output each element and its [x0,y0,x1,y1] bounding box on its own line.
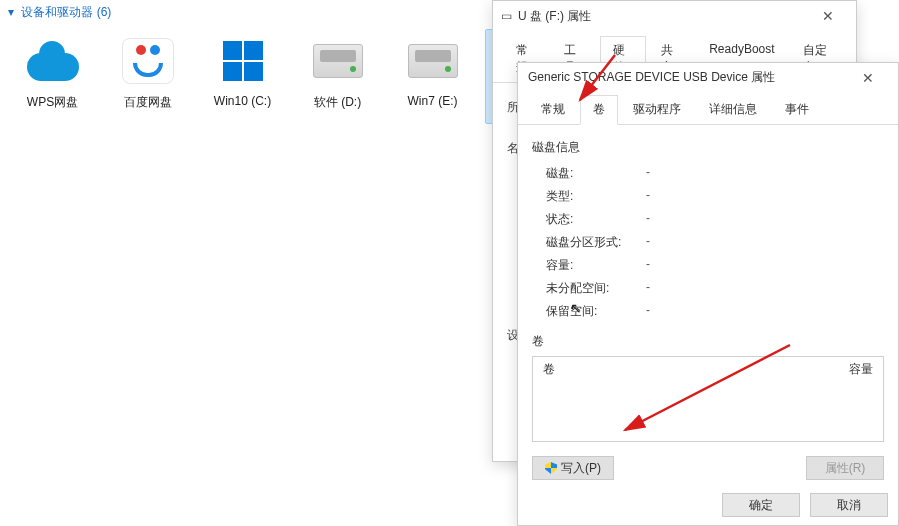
info-val: - [646,280,650,297]
info-key: 磁盘: [546,165,646,182]
hdd-icon [308,36,368,86]
tab-events[interactable]: 事件 [772,95,822,125]
info-row-reserved: 保留空间:- [546,300,884,323]
populate-button-label: 写入(P) [561,460,601,477]
info-key: 磁盘分区形式: [546,234,646,251]
col-capacity[interactable]: 容量 [839,357,883,382]
tab-details[interactable]: 详细信息 [696,95,770,125]
populate-button[interactable]: 写入(P) [532,456,614,480]
close-icon[interactable]: ✕ [848,70,888,86]
tab-driver[interactable]: 驱动程序 [620,95,694,125]
info-val: - [646,303,650,320]
info-key: 保留空间: [546,303,646,320]
mouse-cursor-icon: ↖ [570,300,582,316]
info-val: - [646,188,650,205]
volume-properties-button-label: 属性(R) [825,460,866,477]
baidu-icon [118,36,178,86]
dialog1-titlebar[interactable]: ▭ U 盘 (F:) 属性 ✕ [493,1,856,31]
cloud-wps-icon [23,36,83,86]
info-row-disk: 磁盘:- [546,162,884,185]
tab-general[interactable]: 常规 [528,95,578,125]
dialog2-bottom-buttons: 确定 取消 [722,493,888,517]
drive-label: 百度网盘 [124,94,172,111]
volumes-table-header: 卷 容量 [533,357,883,382]
device-properties-dialog: Generic STORAGE DEVICE USB Device 属性 ✕ 常… [517,62,899,526]
info-row-unallocated: 未分配空间:- [546,277,884,300]
close-icon[interactable]: ✕ [808,8,848,24]
disk-info-group-label: 磁盘信息 [532,139,884,156]
drive-item-wps[interactable]: WPS网盘 [10,29,95,124]
info-row-type: 类型:- [546,185,884,208]
drive-label: Win10 (C:) [214,94,271,108]
volumes-label: 卷 [532,333,884,350]
windows-logo-icon [213,36,273,86]
info-val: - [646,257,650,274]
ok-button-label: 确定 [749,497,773,514]
ok-button[interactable]: 确定 [722,493,800,517]
drive-label: 软件 (D:) [314,94,361,111]
dialog1-title: U 盘 (F:) 属性 [518,8,591,25]
info-row-capacity: 容量:- [546,254,884,277]
hdd-icon [403,36,463,86]
drive-label: WPS网盘 [27,94,78,111]
dialog2-titlebar[interactable]: Generic STORAGE DEVICE USB Device 属性 ✕ [518,63,898,90]
info-row-partition: 磁盘分区形式:- [546,231,884,254]
dialog2-tabs: 常规 卷 驱动程序 详细信息 事件 [518,90,898,125]
dialog2-title: Generic STORAGE DEVICE USB Device 属性 [528,69,775,86]
volumes-table[interactable]: 卷 容量 [532,356,884,442]
drive-label: Win7 (E:) [407,94,457,108]
info-val: - [646,165,650,182]
drive-small-icon: ▭ [501,9,512,23]
devices-section-label: 设备和驱动器 (6) [21,5,111,19]
volume-buttons: 写入(P) 属性(R) [532,456,884,480]
uac-shield-icon [545,462,557,474]
info-key: 类型: [546,188,646,205]
tab-volumes[interactable]: 卷 [580,95,618,125]
cancel-button-label: 取消 [837,497,861,514]
col-volume[interactable]: 卷 [533,357,683,382]
info-val: - [646,234,650,251]
cancel-button[interactable]: 取消 [810,493,888,517]
drive-item-baidu[interactable]: 百度网盘 [105,29,190,124]
drive-item-d[interactable]: 软件 (D:) [295,29,380,124]
disk-info-grid: 磁盘:- 类型:- 状态:- 磁盘分区形式:- 容量:- 未分配空间:- 保留空… [546,162,884,323]
info-val: - [646,211,650,228]
info-row-status: 状态:- [546,208,884,231]
info-key: 容量: [546,257,646,274]
info-key: 未分配空间: [546,280,646,297]
info-key: 状态: [546,211,646,228]
drive-item-e[interactable]: Win7 (E:) [390,29,475,124]
volume-properties-button[interactable]: 属性(R) [806,456,884,480]
drive-item-c[interactable]: Win10 (C:) [200,29,285,124]
